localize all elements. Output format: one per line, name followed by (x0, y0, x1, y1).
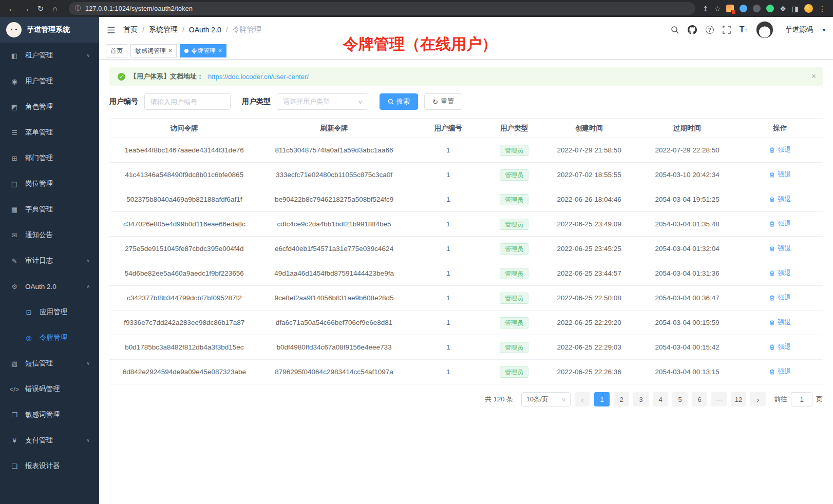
browser-back-button[interactable]: ← (5, 2, 18, 15)
search-icon[interactable] (671, 26, 679, 34)
sidebar-item-tenant[interactable]: ◧ 租户管理 ∨ (0, 43, 99, 68)
tab-close-icon[interactable]: × (218, 48, 222, 54)
site-info-icon[interactable]: ⓘ (75, 4, 81, 13)
force-logout-button[interactable]: 强退 (769, 342, 791, 352)
trash-icon (769, 171, 775, 178)
user-type-tag: 管理员 (500, 317, 528, 328)
page-button-12[interactable]: 12 (731, 392, 746, 406)
force-logout-button[interactable]: 强退 (769, 195, 791, 204)
bookmark-star-icon[interactable]: ☆ (714, 5, 721, 13)
tab-close-icon[interactable]: × (168, 48, 172, 54)
user-id-input[interactable] (144, 93, 231, 110)
logo-avatar (6, 22, 22, 37)
extension-icon-4[interactable] (766, 5, 774, 12)
force-logout-button[interactable]: 强退 (769, 244, 791, 253)
page-button-2[interactable]: 2 (614, 392, 629, 406)
extensions-puzzle-icon[interactable]: ❖ (780, 5, 786, 13)
sidebar-item-notice[interactable]: ✉ 通知公告 (0, 222, 99, 248)
page-button-6[interactable]: 6 (692, 392, 707, 406)
user-avatar[interactable] (756, 21, 773, 38)
post-icon: ▤ (9, 180, 20, 188)
oauth2-icon: ⚙ (9, 283, 20, 290)
sidebar-item-sensitive-word[interactable]: ❐ 敏感词管理 (0, 402, 99, 428)
page-button-4[interactable]: 4 (653, 392, 668, 406)
username[interactable]: 芋道源码 (785, 25, 813, 34)
font-size-icon[interactable]: T↕ (740, 25, 747, 34)
sidebar-item-role[interactable]: ◩ 角色管理 (0, 94, 99, 120)
total-count: 共 120 条 (485, 395, 513, 404)
breadcrumb-separator: / (142, 26, 144, 34)
page-size-select[interactable]: 10条/页 ∨ (521, 392, 571, 406)
extension-icon-1[interactable] (726, 5, 734, 12)
user-type-select[interactable]: 请选择用户类型 ∨ (277, 93, 368, 110)
share-icon[interactable]: ↥ (703, 5, 709, 13)
sidebar-item-dept[interactable]: ⊞ 部门管理 (0, 145, 99, 171)
user-type-cell: 管理员 (487, 360, 541, 384)
sidebar-item-pay[interactable]: ¥ 支付管理 ∨ (0, 428, 99, 453)
oauth2-token-icon: ◎ (24, 334, 34, 342)
sidebar-item-error-code[interactable]: </> 错误码管理 (0, 376, 99, 402)
tab-home[interactable]: 首页 (106, 44, 127, 57)
page-button-5[interactable]: 5 (672, 392, 688, 406)
page-button-1[interactable]: 1 (594, 392, 610, 406)
fullscreen-icon[interactable] (723, 26, 731, 34)
force-logout-button[interactable]: 强退 (769, 145, 791, 154)
success-check-icon: ✓ (118, 73, 125, 81)
role-icon: ◩ (9, 103, 20, 111)
browser-reload-button[interactable]: ↻ (34, 2, 47, 15)
force-logout-button[interactable]: 强退 (769, 367, 791, 376)
search-button[interactable]: 搜索 (380, 93, 418, 110)
user-type-tag: 管理员 (500, 219, 528, 230)
page-more-button[interactable]: ··· (711, 392, 727, 406)
page-button-3[interactable]: 3 (633, 392, 649, 406)
force-logout-button[interactable]: 强退 (769, 318, 791, 327)
side-panel-icon[interactable]: ◨ (792, 5, 799, 13)
access-token-cell: 275e5de9151045fe87cbdc395e004f4d (109, 237, 259, 261)
action-cell: 强退 (737, 187, 823, 212)
user-type-cell: 管理员 (487, 163, 541, 187)
expire-time-cell: 2054-03-04 00:15:42 (637, 335, 737, 360)
create-time-cell: 2022-06-25 22:29:20 (541, 311, 637, 335)
github-icon[interactable] (688, 25, 697, 34)
breadcrumb-item-0[interactable]: 首页 (123, 25, 138, 34)
sidebar-item-sms[interactable]: ▧ 短信管理 ∨ (0, 351, 99, 376)
sidebar-item-oauth2[interactable]: ⚙ OAuth 2.0 ∧ (0, 274, 99, 299)
extension-icon-2[interactable] (740, 5, 747, 12)
sidebar-item-dict[interactable]: ▦ 字典管理 (0, 197, 99, 222)
sidebar-item-menu[interactable]: ☰ 菜单管理 (0, 120, 99, 145)
goto-page-input[interactable] (791, 392, 812, 406)
table-body: 1ea5e44f8bc1467aaede43144f31de76 811c530… (109, 138, 823, 384)
browser-home-button[interactable]: ⌂ (48, 2, 62, 15)
force-logout-button[interactable]: 强退 (769, 293, 791, 302)
prev-page-button[interactable]: ‹ (575, 392, 590, 406)
collapse-sidebar-icon[interactable] (107, 26, 116, 34)
tab-oauth2-token[interactable]: 令牌管理 × (180, 44, 226, 57)
tab-sensitive-word[interactable]: 敏感词管理 × (130, 44, 177, 57)
sidebar-item-oauth2-application[interactable]: ⊡ 应用管理 (0, 299, 99, 325)
sidebar-item-report-designer[interactable]: ❏ 报表设计器 (0, 453, 99, 479)
breadcrumb-item-2[interactable]: OAuth 2.0 (189, 26, 221, 34)
alert-close-icon[interactable]: × (811, 72, 816, 81)
url-bar[interactable]: ⓘ 127.0.0.1:1024/system/oauth2/token (69, 2, 695, 15)
sidebar-item-oauth2-token[interactable]: ◎ 令牌管理 (0, 325, 99, 351)
user-menu-caret-icon[interactable]: ▾ (823, 27, 825, 33)
force-logout-button[interactable]: 强退 (769, 268, 791, 278)
breadcrumb-item-1[interactable]: 系统管理 (149, 25, 178, 34)
sidebar-item-post[interactable]: ▤ 岗位管理 (0, 171, 99, 197)
force-logout-button[interactable]: 强退 (769, 170, 791, 179)
next-page-button[interactable]: › (750, 392, 766, 406)
user-id-cell: 1 (409, 261, 487, 286)
browser-profile-avatar[interactable] (804, 4, 813, 13)
browser-forward-button[interactable]: → (20, 2, 33, 15)
dept-icon: ⊞ (9, 154, 20, 162)
sidebar-item-audit-log[interactable]: ✎ 审计日志 ∨ (0, 248, 99, 274)
help-icon[interactable]: ? (706, 26, 714, 34)
browser-menu-icon[interactable]: ⋮ (819, 5, 826, 13)
doc-link[interactable]: https://doc.iocoder.cn/user-center/ (208, 73, 309, 81)
extension-icon-3[interactable] (753, 5, 761, 12)
user-type-cell: 管理员 (487, 311, 541, 335)
force-logout-button[interactable]: 强退 (769, 219, 791, 228)
user-type-label: 用户类型 (242, 97, 271, 106)
reset-button[interactable]: ↻ 重置 (424, 93, 462, 110)
sidebar-item-user[interactable]: ◉ 用户管理 (0, 68, 99, 94)
